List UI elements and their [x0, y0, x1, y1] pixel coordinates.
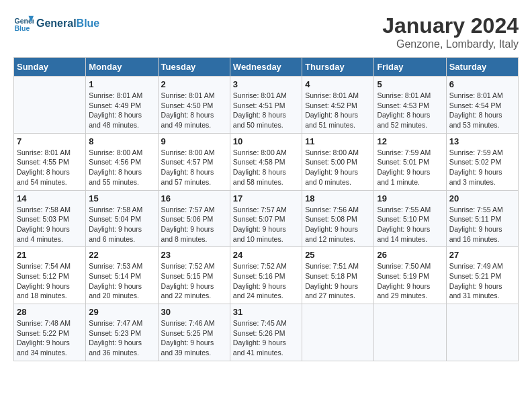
- day-info: Sunrise: 7:47 AMSunset: 5:23 PMDaylight:…: [89, 318, 154, 358]
- calendar-week-row: 14Sunrise: 7:58 AMSunset: 5:03 PMDayligh…: [14, 190, 519, 247]
- day-info: Sunrise: 8:01 AMSunset: 4:50 PMDaylight:…: [161, 91, 227, 130]
- svg-text:Blue: Blue: [15, 24, 30, 32]
- day-info: Sunrise: 7:54 AMSunset: 5:12 PMDaylight:…: [17, 261, 83, 301]
- day-number: 23: [161, 250, 227, 260]
- day-number: 27: [449, 250, 515, 260]
- calendar-cell: 26Sunrise: 7:50 AMSunset: 5:19 PMDayligh…: [374, 247, 446, 304]
- day-info: Sunrise: 7:57 AMSunset: 5:06 PMDaylight:…: [161, 205, 227, 244]
- day-number: 16: [161, 193, 227, 203]
- calendar-cell: 14Sunrise: 7:58 AMSunset: 5:03 PMDayligh…: [14, 190, 86, 247]
- day-number: 4: [305, 79, 371, 89]
- day-number: 2: [161, 79, 227, 89]
- calendar-cell: [446, 304, 518, 361]
- calendar-cell: 22Sunrise: 7:53 AMSunset: 5:14 PMDayligh…: [86, 247, 158, 304]
- day-number: 31: [233, 307, 299, 317]
- calendar-cell: 23Sunrise: 7:52 AMSunset: 5:15 PMDayligh…: [158, 247, 230, 304]
- logo-general: General: [36, 17, 77, 29]
- day-number: 21: [17, 250, 83, 260]
- calendar-cell: 16Sunrise: 7:57 AMSunset: 5:06 PMDayligh…: [158, 190, 230, 247]
- day-number: 12: [377, 136, 443, 146]
- calendar-cell: [374, 304, 446, 361]
- day-number: 19: [377, 193, 443, 203]
- day-number: 26: [377, 250, 443, 260]
- calendar-cell: 5Sunrise: 8:01 AMSunset: 4:53 PMDaylight…: [374, 77, 446, 134]
- day-info: Sunrise: 7:51 AMSunset: 5:18 PMDaylight:…: [305, 261, 371, 301]
- day-info: Sunrise: 7:48 AMSunset: 5:22 PMDaylight:…: [17, 318, 83, 358]
- calendar-week-row: 28Sunrise: 7:48 AMSunset: 5:22 PMDayligh…: [14, 304, 519, 361]
- day-number: 28: [17, 307, 83, 317]
- day-info: Sunrise: 7:52 AMSunset: 5:16 PMDaylight:…: [233, 261, 299, 301]
- day-number: 17: [233, 193, 299, 203]
- calendar-cell: 15Sunrise: 7:58 AMSunset: 5:04 PMDayligh…: [86, 190, 158, 247]
- day-number: 29: [89, 307, 154, 317]
- calendar-table: SundayMondayTuesdayWednesdayThursdayFrid…: [13, 57, 519, 361]
- location-title: Genzone, Lombardy, Italy: [382, 38, 519, 50]
- calendar-cell: [302, 304, 374, 361]
- day-info: Sunrise: 8:00 AMSunset: 4:58 PMDaylight:…: [233, 148, 299, 187]
- day-info: Sunrise: 8:01 AMSunset: 4:55 PMDaylight:…: [17, 148, 83, 187]
- logo-icon: General Blue: [13, 13, 34, 34]
- logo-blue: Blue: [77, 17, 100, 29]
- calendar-cell: 18Sunrise: 7:56 AMSunset: 5:08 PMDayligh…: [302, 190, 374, 247]
- calendar-cell: 29Sunrise: 7:47 AMSunset: 5:23 PMDayligh…: [86, 304, 158, 361]
- day-number: 7: [17, 136, 83, 146]
- calendar-cell: 13Sunrise: 7:59 AMSunset: 5:02 PMDayligh…: [446, 133, 518, 190]
- calendar-cell: 27Sunrise: 7:49 AMSunset: 5:21 PMDayligh…: [446, 247, 518, 304]
- calendar-cell: 3Sunrise: 8:01 AMSunset: 4:51 PMDaylight…: [230, 77, 302, 134]
- day-info: Sunrise: 7:50 AMSunset: 5:19 PMDaylight:…: [377, 261, 443, 301]
- day-number: 1: [89, 79, 154, 89]
- calendar-cell: 4Sunrise: 8:01 AMSunset: 4:52 PMDaylight…: [302, 77, 374, 134]
- page-header: General Blue GeneralBlue January 2024 Ge…: [13, 13, 519, 50]
- day-number: 9: [161, 136, 227, 146]
- calendar-cell: 28Sunrise: 7:48 AMSunset: 5:22 PMDayligh…: [14, 304, 86, 361]
- day-number: 20: [449, 193, 515, 203]
- weekday-header-wednesday: Wednesday: [230, 58, 302, 77]
- calendar-cell: 20Sunrise: 7:55 AMSunset: 5:11 PMDayligh…: [446, 190, 518, 247]
- day-info: Sunrise: 7:59 AMSunset: 5:01 PMDaylight:…: [377, 148, 443, 187]
- calendar-cell: 9Sunrise: 8:00 AMSunset: 4:57 PMDaylight…: [158, 133, 230, 190]
- calendar-cell: 30Sunrise: 7:46 AMSunset: 5:25 PMDayligh…: [158, 304, 230, 361]
- day-number: 22: [89, 250, 154, 260]
- calendar-cell: 24Sunrise: 7:52 AMSunset: 5:16 PMDayligh…: [230, 247, 302, 304]
- day-number: 8: [89, 136, 154, 146]
- calendar-header-row: SundayMondayTuesdayWednesdayThursdayFrid…: [14, 58, 519, 77]
- day-number: 3: [233, 79, 299, 89]
- day-number: 10: [233, 136, 299, 146]
- calendar-cell: 6Sunrise: 8:01 AMSunset: 4:54 PMDaylight…: [446, 77, 518, 134]
- calendar-cell: [14, 77, 86, 134]
- calendar-cell: 10Sunrise: 8:00 AMSunset: 4:58 PMDayligh…: [230, 133, 302, 190]
- calendar-cell: 1Sunrise: 8:01 AMSunset: 4:49 PMDaylight…: [86, 77, 158, 134]
- day-info: Sunrise: 8:01 AMSunset: 4:53 PMDaylight:…: [377, 91, 443, 130]
- day-info: Sunrise: 7:58 AMSunset: 5:03 PMDaylight:…: [17, 205, 83, 244]
- day-info: Sunrise: 7:46 AMSunset: 5:25 PMDaylight:…: [161, 318, 227, 358]
- day-info: Sunrise: 8:01 AMSunset: 4:54 PMDaylight:…: [449, 91, 515, 130]
- weekday-header-saturday: Saturday: [446, 58, 518, 77]
- weekday-header-sunday: Sunday: [14, 58, 86, 77]
- day-info: Sunrise: 8:00 AMSunset: 4:57 PMDaylight:…: [161, 148, 227, 187]
- calendar-week-row: 1Sunrise: 8:01 AMSunset: 4:49 PMDaylight…: [14, 77, 519, 134]
- calendar-cell: 17Sunrise: 7:57 AMSunset: 5:07 PMDayligh…: [230, 190, 302, 247]
- calendar-cell: 11Sunrise: 8:00 AMSunset: 5:00 PMDayligh…: [302, 133, 374, 190]
- day-number: 18: [305, 193, 371, 203]
- day-info: Sunrise: 7:57 AMSunset: 5:07 PMDaylight:…: [233, 205, 299, 244]
- logo: General Blue GeneralBlue: [13, 13, 99, 34]
- month-title: January 2024: [382, 13, 519, 38]
- day-info: Sunrise: 8:01 AMSunset: 4:51 PMDaylight:…: [233, 91, 299, 130]
- calendar-cell: 8Sunrise: 8:00 AMSunset: 4:56 PMDaylight…: [86, 133, 158, 190]
- day-number: 24: [233, 250, 299, 260]
- weekday-header-thursday: Thursday: [302, 58, 374, 77]
- calendar-cell: 2Sunrise: 8:01 AMSunset: 4:50 PMDaylight…: [158, 77, 230, 134]
- day-number: 5: [377, 79, 443, 89]
- weekday-header-tuesday: Tuesday: [158, 58, 230, 77]
- day-number: 30: [161, 307, 227, 317]
- day-info: Sunrise: 7:55 AMSunset: 5:10 PMDaylight:…: [377, 205, 443, 244]
- day-info: Sunrise: 7:45 AMSunset: 5:26 PMDaylight:…: [233, 318, 299, 358]
- calendar-week-row: 7Sunrise: 8:01 AMSunset: 4:55 PMDaylight…: [14, 133, 519, 190]
- day-info: Sunrise: 8:01 AMSunset: 4:49 PMDaylight:…: [89, 91, 154, 130]
- calendar-cell: 31Sunrise: 7:45 AMSunset: 5:26 PMDayligh…: [230, 304, 302, 361]
- logo-text: GeneralBlue: [36, 17, 99, 30]
- day-info: Sunrise: 7:59 AMSunset: 5:02 PMDaylight:…: [449, 148, 515, 187]
- day-number: 15: [89, 193, 154, 203]
- day-info: Sunrise: 7:52 AMSunset: 5:15 PMDaylight:…: [161, 261, 227, 301]
- day-info: Sunrise: 8:00 AMSunset: 4:56 PMDaylight:…: [89, 148, 154, 187]
